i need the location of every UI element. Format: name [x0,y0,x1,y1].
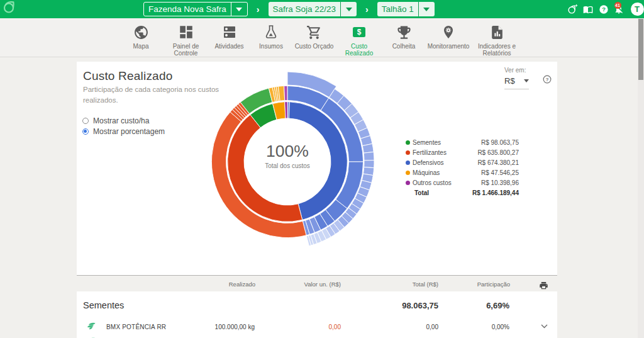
legend-value: R$ 98.063,75 [481,139,519,146]
notifications-off-icon[interactable]: 41 [611,4,627,14]
nav-item-label: Painel de Controle [164,43,208,57]
chevron-down-icon [418,2,435,16]
legend-value: R$ 47.546,25 [481,169,519,176]
cost-donut-chart[interactable] [193,67,382,256]
cell-total: 0,00 [426,324,438,330]
currency-select[interactable]: R$ [504,76,529,89]
col-realizado: Realizado [229,281,255,288]
donut-segment[interactable] [364,161,374,168]
donut-center-value: 100% [243,142,331,161]
currency-select-wrap: Ver em: R$ [504,67,533,89]
list-icon [222,25,237,39]
legend-value: R$ 635.800,27 [477,149,519,156]
money-icon: $ [352,25,366,39]
svg-text:?: ? [602,6,606,13]
nav-item-painel-de-controle[interactable]: Painel de Controle [164,18,208,57]
legend-dot [406,140,410,145]
cart-icon [306,25,322,39]
table-header: Realizado Valor un. (R$) Total (R$) Part… [77,276,557,291]
nav-item-label: Custo Realizado [336,43,382,57]
legend-dot [406,150,410,155]
donut-segment[interactable] [364,152,374,160]
table-row[interactable] [77,334,557,338]
radio-label: Mostrar porcentagem [93,127,165,136]
seed-icon [87,321,96,331]
flask-icon [265,25,277,39]
page-title: Custo Realizado [83,69,172,83]
nav-item-label: Atividades [214,43,243,50]
product-name: BMX POTÊNCIA RR [106,324,166,330]
chart-legend: SementesR$ 98.063,75FertilizantesR$ 635.… [406,138,519,198]
legend-label: Defensivos [413,159,477,166]
col-total: Total (R$) [413,281,438,288]
nav-item-label: Monitoramento [428,43,470,50]
nav-item-label: Insumos [259,43,283,50]
legend-label: Fertilizantes [413,149,477,156]
chevron-down-icon [340,2,357,16]
referral-icon[interactable] [565,4,581,14]
donut-center-label: Total dos custos [243,162,331,169]
nav-item-label: Indicadores e Relatórios [471,43,523,57]
cost-chart-card: Custo Realizado Participação de cada cat… [77,62,557,276]
nav-item-insumos[interactable]: Insumos [250,18,292,57]
currency-value: R$ [504,76,515,86]
dashboard-icon [178,25,194,39]
report-icon [489,25,505,39]
legend-total-row: TotalR$ 1.466.189,44 [406,188,519,198]
legend-value: R$ 10.398,96 [481,179,519,186]
donut-segment[interactable] [284,86,287,100]
field-dropdown[interactable]: Talhão 1 [377,2,435,16]
cell-participacao: 0,00% [492,324,509,330]
pin-bug-icon [441,25,456,39]
svg-text:$: $ [357,28,362,37]
book-icon[interactable] [580,4,596,14]
legend-row: SementesR$ 98.063,75 [406,138,519,148]
radio-porcentagem[interactable]: Mostrar porcentagem [82,127,165,137]
legend-dot [406,181,410,185]
notification-badge: 41 [614,2,621,9]
help-icon[interactable]: ? [596,4,612,14]
legend-row: FertilizantesR$ 635.800,27 [406,148,519,158]
nav-item-mapa[interactable]: Mapa [118,18,164,57]
radio-custo-ha[interactable]: Mostrar custo/ha [82,115,165,126]
avatar[interactable]: T [631,3,644,16]
legend-dot [406,171,410,175]
nav-item-atividades[interactable]: Atividades [208,18,250,57]
chart-help-icon[interactable]: ? [543,75,552,86]
nav-item-label: Mapa [133,43,148,50]
legend-label: Máquinas [413,169,481,176]
legend-label: Sementes [413,139,481,146]
radio-label: Mostrar custo/ha [93,116,149,125]
nav-item-indicadores-e-relat-rios[interactable]: Indicadores e Relatórios [471,18,523,57]
view-in-label: Ver em: [504,67,533,74]
globe-icon [133,25,149,39]
legend-row: Outros custosR$ 10.398,96 [406,177,519,188]
season-dropdown[interactable]: Safra Soja 22/23 [269,2,357,16]
legend-row: MáquinasR$ 47.546,25 [406,168,519,178]
farm-dropdown[interactable]: Fazenda Nova Safra [143,2,248,16]
scrollbar-thumb[interactable] [638,19,643,80]
nav-item-monitoramento[interactable]: Monitoramento [426,18,471,57]
table-body: Sementes 98.063,75 6,69% BMX POTÊNCIA RR… [77,291,557,338]
top-bar: Fazenda Nova Safra › Safra Soja 22/23 › … [0,0,644,18]
chevron-down-icon[interactable] [541,323,548,330]
legend-total-label: Total [406,189,472,196]
nav-item-colheita[interactable]: Colheita [382,18,426,57]
nav-item-custo-realizado[interactable]: $Custo Realizado [336,18,382,57]
scrollbar[interactable] [638,18,644,338]
aegro-logo-icon[interactable] [2,1,17,18]
section-name: Sementes [83,300,124,310]
col-participacao: Participação [477,281,510,288]
print-icon[interactable] [539,281,548,291]
radio-icon [82,128,89,135]
chevron-down-icon [524,79,529,82]
donut-segment[interactable] [285,102,287,118]
module-nav: MapaPainel de ControleAtividadesInsumosC… [0,18,644,57]
nav-item-custo-or-ado[interactable]: Custo Orçado [292,18,336,57]
legend-row: DefensivosR$ 674.380,21 [406,158,519,168]
breadcrumb: Fazenda Nova Safra › Safra Soja 22/23 › … [143,2,435,16]
section-total: 98.063,75 [402,301,438,310]
legend-label: Outros custos [413,179,481,186]
cell-valor-un: 0,00 [329,324,341,330]
col-valor-un: Valor un. (R$) [304,281,341,288]
